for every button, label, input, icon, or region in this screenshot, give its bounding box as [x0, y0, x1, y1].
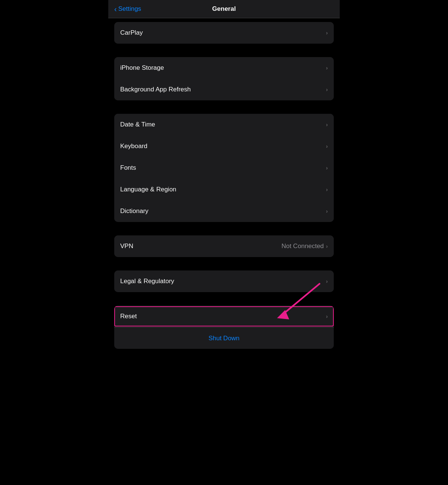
shutdown-label: Shut Down	[208, 335, 239, 342]
row-fonts[interactable]: Fonts ›	[114, 157, 334, 179]
gap-bottom	[108, 349, 340, 362]
dictionary-chevron-icon: ›	[326, 208, 328, 214]
row-legal-regulatory[interactable]: Legal & Regulatory ›	[114, 270, 334, 292]
carplay-label: CarPlay	[120, 29, 143, 37]
row-iphone-storage[interactable]: iPhone Storage ›	[114, 57, 334, 79]
row-keyboard[interactable]: Keyboard ›	[114, 135, 334, 157]
carplay-chevron-icon: ›	[326, 30, 328, 36]
gap-2	[108, 100, 340, 114]
keyboard-chevron-icon: ›	[326, 143, 328, 149]
vpn-label: VPN	[120, 242, 133, 250]
row-reset[interactable]: Reset ›	[114, 306, 334, 327]
section-vpn: VPN Not Connected ›	[114, 235, 334, 257]
row-vpn[interactable]: VPN Not Connected ›	[114, 235, 334, 257]
row-language-region[interactable]: Language & Region ›	[114, 179, 334, 200]
background-app-refresh-label: Background App Refresh	[120, 86, 191, 93]
section-carplay: CarPlay ›	[114, 22, 334, 44]
keyboard-label: Keyboard	[120, 143, 147, 150]
section-region: Date & Time › Keyboard › Fonts ›	[114, 114, 334, 222]
background-app-refresh-chevron-icon: ›	[326, 87, 328, 93]
language-region-label: Language & Region	[120, 186, 176, 193]
page-title: General	[212, 5, 236, 13]
row-date-time[interactable]: Date & Time ›	[114, 114, 334, 135]
reset-label: Reset	[120, 313, 137, 320]
legal-regulatory-label: Legal & Regulatory	[120, 278, 174, 285]
gap-3	[108, 222, 340, 235]
date-time-label: Date & Time	[120, 121, 155, 128]
section-storage-refresh: iPhone Storage › Background App Refresh …	[114, 57, 334, 100]
row-dictionary[interactable]: Dictionary ›	[114, 200, 334, 222]
back-label: Settings	[118, 5, 141, 13]
legal-regulatory-chevron-icon: ›	[326, 278, 328, 284]
dictionary-label: Dictionary	[120, 207, 149, 215]
fonts-label: Fonts	[120, 164, 136, 172]
language-region-chevron-icon: ›	[326, 187, 328, 193]
phone-container: ‹ Settings General CarPlay › iPhone Sto	[108, 0, 340, 485]
gap-5	[108, 292, 340, 306]
section-reset-container: Reset › Shut Down	[108, 306, 340, 349]
vpn-value: Not Connected	[281, 242, 324, 250]
section-reset-shutdown: Reset › Shut Down	[114, 306, 334, 349]
fonts-chevron-icon: ›	[326, 165, 328, 171]
gap-4	[108, 257, 340, 270]
vpn-chevron-icon: ›	[326, 243, 328, 249]
chevron-left-icon: ‹	[114, 5, 117, 13]
gap-top	[108, 18, 340, 22]
gap-1	[108, 44, 340, 57]
row-carplay[interactable]: CarPlay ›	[114, 22, 334, 44]
date-time-chevron-icon: ›	[326, 122, 328, 128]
row-shutdown[interactable]: Shut Down	[114, 327, 334, 349]
reset-chevron-icon: ›	[326, 313, 328, 319]
settings-content: CarPlay › iPhone Storage › Backgr	[108, 18, 340, 362]
iphone-storage-chevron-icon: ›	[326, 65, 328, 71]
row-background-app-refresh[interactable]: Background App Refresh ›	[114, 79, 334, 100]
iphone-storage-label: iPhone Storage	[120, 64, 164, 72]
section-legal: Legal & Regulatory ›	[114, 270, 334, 292]
nav-bar: ‹ Settings General	[108, 0, 340, 18]
back-button[interactable]: ‹ Settings	[114, 5, 141, 13]
